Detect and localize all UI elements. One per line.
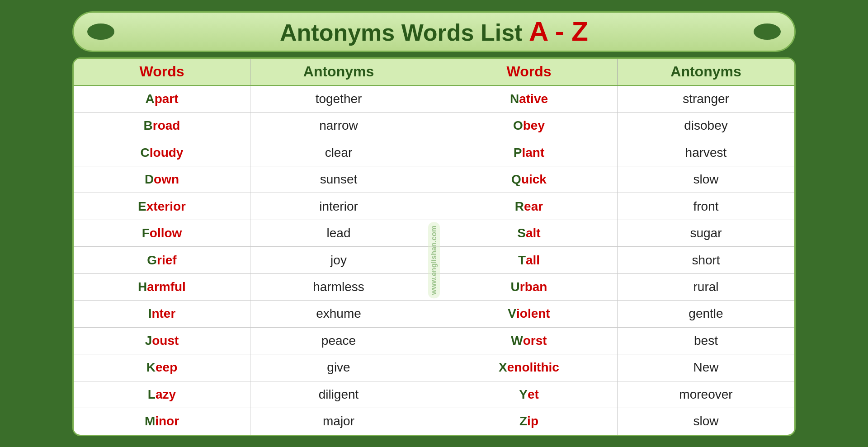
title-main: Antonyms Words List	[280, 19, 529, 46]
antonym-right: sugar	[618, 220, 794, 246]
word-left: Follow	[74, 220, 250, 246]
header-bar: Antonyms Words List A - Z	[72, 11, 796, 52]
word-rest-letters: orst	[523, 334, 547, 348]
antonym-left: joy	[250, 247, 427, 273]
word-left: Minor	[74, 408, 250, 434]
word-rest-letters: own	[154, 172, 179, 187]
antonym-right: slow	[618, 166, 794, 193]
word-rest-letters: part	[155, 92, 179, 106]
col-antonyms-left: Antonyms	[250, 59, 427, 85]
watermark-text: www.englishan.com	[428, 222, 440, 298]
word-right: Violent	[441, 301, 618, 327]
word-first-letter: R	[515, 199, 524, 214]
word-rest-letters: ollow	[150, 226, 182, 240]
word-left: Keep	[74, 354, 250, 381]
watermark: www.englishan.com	[427, 86, 441, 435]
word-left: Inter	[74, 301, 250, 327]
antonym-left: interior	[250, 193, 427, 219]
word-rest-letters: ear	[524, 199, 543, 214]
word-first-letter: S	[517, 226, 526, 240]
word-rest-letters: all	[526, 253, 540, 268]
antonym-right: stranger	[618, 86, 794, 112]
word-first-letter: X	[499, 360, 507, 375]
antonym-right: front	[618, 193, 794, 219]
word-rest-letters: nter	[151, 306, 175, 321]
antonym-right: harvest	[618, 139, 794, 165]
word-rest-letters: enolithic	[507, 360, 559, 375]
word-first-letter: I	[148, 306, 152, 321]
word-right: Worst	[441, 328, 618, 354]
word-first-letter: K	[146, 360, 156, 375]
header-oval-left	[87, 24, 114, 40]
table-container: Words Antonyms Words Antonyms www.englis…	[72, 57, 796, 436]
word-rest-letters: alt	[526, 226, 541, 240]
antonym-right: rural	[618, 274, 794, 300]
word-rest-letters: uick	[521, 172, 547, 187]
antonym-left: sunset	[250, 166, 427, 193]
antonym-left: diligent	[250, 381, 427, 408]
word-left: Joust	[74, 328, 250, 354]
col-antonyms-right: Antonyms	[618, 59, 794, 85]
word-first-letter: W	[511, 334, 523, 348]
word-left: Harmful	[74, 274, 250, 300]
word-right: Plant	[441, 139, 618, 165]
word-left: Exterior	[74, 193, 250, 219]
antonym-left: exhume	[250, 301, 427, 327]
antonym-right: best	[618, 328, 794, 354]
word-first-letter: L	[148, 387, 156, 402]
col-spacer	[427, 59, 441, 85]
header-oval-right	[754, 24, 781, 40]
word-right: Rear	[441, 193, 618, 219]
word-rest-letters: iolent	[516, 306, 550, 321]
word-first-letter: F	[142, 226, 150, 240]
antonym-right: short	[618, 247, 794, 273]
word-first-letter: C	[141, 146, 150, 160]
title-az: A - Z	[529, 16, 588, 47]
word-rest-letters: xterior	[146, 199, 186, 214]
word-right: Quick	[441, 166, 618, 193]
word-right: Xenolithic	[441, 354, 618, 381]
word-right: Salt	[441, 220, 618, 246]
page-container: Antonyms Words List A - Z Words Antonyms…	[23, 11, 845, 436]
antonym-left: lead	[250, 220, 427, 246]
antonym-right: slow	[618, 408, 794, 434]
word-right: Urban	[441, 274, 618, 300]
word-left: Cloudy	[74, 139, 250, 165]
word-rest-letters: eep	[156, 360, 177, 375]
word-right: Tall	[441, 247, 618, 273]
word-rest-letters: bey	[523, 118, 545, 133]
word-first-letter: Q	[511, 172, 521, 187]
data-rows: www.englishan.com Apart together Native …	[74, 86, 794, 435]
antonym-left: clear	[250, 139, 427, 165]
word-first-letter: N	[510, 92, 519, 106]
word-first-letter: D	[145, 172, 154, 187]
word-rest-letters: loudy	[150, 146, 184, 160]
word-left: Apart	[74, 86, 250, 112]
antonym-left: narrow	[250, 113, 427, 139]
word-first-letter: Y	[519, 387, 528, 402]
word-first-letter: G	[147, 253, 157, 268]
word-right: Yet	[441, 381, 618, 408]
word-rest-letters: ip	[527, 414, 538, 428]
word-first-letter: B	[144, 118, 153, 133]
antonym-left: peace	[250, 328, 427, 354]
antonym-left: give	[250, 354, 427, 381]
antonym-left: together	[250, 86, 427, 112]
col-words-left: Words	[74, 59, 250, 85]
word-right: Obey	[441, 113, 618, 139]
col-words-right: Words	[441, 59, 618, 85]
word-rest-letters: oust	[152, 334, 179, 348]
word-left: Broad	[74, 113, 250, 139]
word-first-letter: M	[145, 414, 155, 428]
word-first-letter: T	[518, 253, 526, 268]
word-rest-letters: armful	[147, 280, 186, 294]
word-right: Native	[441, 86, 618, 112]
antonym-left: major	[250, 408, 427, 434]
word-rest-letters: et	[528, 387, 539, 402]
antonym-right: moreover	[618, 381, 794, 408]
word-rest-letters: inor	[155, 414, 179, 428]
word-right: Zip	[441, 408, 618, 434]
word-rest-letters: azy	[156, 387, 176, 402]
word-rest-letters: rief	[157, 253, 177, 268]
column-headers: Words Antonyms Words Antonyms	[74, 59, 794, 86]
